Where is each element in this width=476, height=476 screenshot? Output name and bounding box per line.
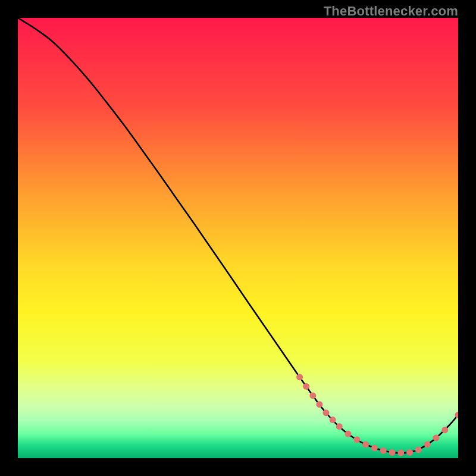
svg-point-5 (323, 409, 330, 416)
svg-point-6 (330, 416, 336, 423)
svg-point-9 (353, 436, 360, 443)
svg-point-20 (455, 412, 459, 418)
svg-point-16 (415, 446, 422, 453)
watermark-text: TheBottlenecker.com (324, 4, 458, 19)
svg-point-4 (316, 401, 322, 408)
svg-point-18 (433, 434, 440, 441)
plot-area (18, 18, 458, 458)
svg-point-2 (303, 383, 309, 390)
svg-point-3 (309, 392, 316, 399)
svg-point-19 (441, 427, 448, 433)
svg-point-7 (336, 423, 343, 430)
svg-point-13 (389, 449, 396, 456)
highlight-points (18, 18, 458, 458)
svg-point-12 (380, 447, 387, 454)
svg-point-15 (406, 449, 413, 456)
svg-point-11 (371, 444, 378, 451)
svg-point-10 (362, 441, 369, 448)
svg-point-14 (397, 450, 404, 456)
svg-point-1 (296, 374, 303, 380)
svg-point-17 (424, 441, 431, 448)
chart-stage: TheBottlenecker.com (0, 0, 476, 476)
svg-point-8 (345, 431, 352, 437)
